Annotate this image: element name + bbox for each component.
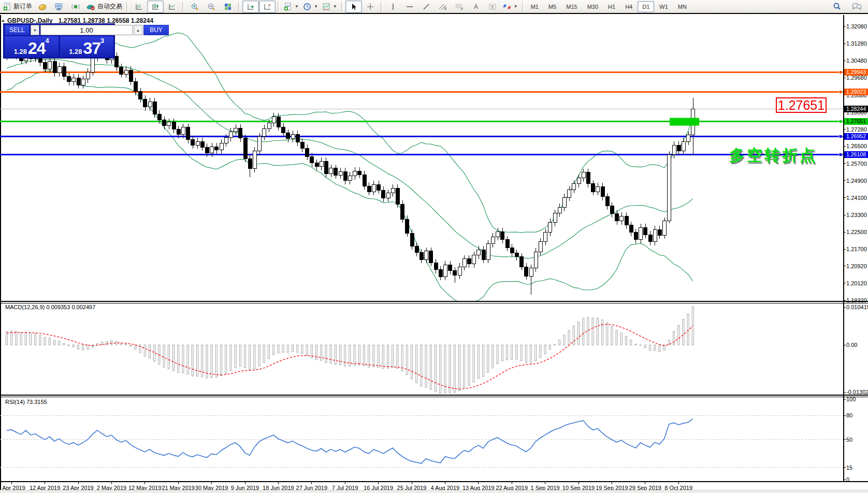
buy-button[interactable]: BUY bbox=[143, 25, 169, 35]
buy-price-point: 3 bbox=[100, 38, 104, 44]
pane-separator[interactable] bbox=[0, 395, 868, 396]
chart-symbol-period: GBPUSD-,Daily bbox=[7, 17, 52, 24]
sell-price-point: 4 bbox=[46, 38, 49, 44]
buy-price-pips: 37 bbox=[83, 41, 100, 55]
mt-terminal-window: 新订单 bbox=[0, 0, 868, 493]
sell-price-pips: 24 bbox=[28, 41, 46, 55]
macd-indicator-label: MACD(12,26,9) 0.009353 0.002497 bbox=[5, 304, 95, 310]
lot-size-input[interactable] bbox=[40, 25, 133, 35]
price-axis-border bbox=[843, 15, 844, 482]
bid-price-tag: 1.28244 bbox=[844, 106, 868, 112]
price-line-tag: 1.29943 bbox=[844, 69, 868, 76]
sell-button[interactable]: SELL bbox=[5, 25, 30, 35]
date-axis-border bbox=[0, 481, 868, 482]
pane-separator bbox=[0, 397, 868, 397]
pane-separator[interactable] bbox=[0, 301, 868, 302]
buy-price-prefix: 1.28 bbox=[69, 48, 82, 55]
sell-price-button[interactable]: 1.28 24 4 bbox=[5, 36, 59, 57]
rsi-indicator-label: RSI(14) 73.3155 bbox=[5, 399, 47, 405]
chart-title: GBPUSD-,Daily 1.27581 1.28738 1.26558 1.… bbox=[7, 17, 153, 24]
price-line-tag: 1.26108 bbox=[844, 151, 868, 158]
collapse-pane-icon[interactable]: ▲ bbox=[1, 18, 5, 23]
sell-price-prefix: 1.28 bbox=[14, 48, 27, 55]
pane-separator bbox=[0, 303, 868, 303]
one-click-trading-panel: SELL ▼ ▲ BUY 1.28 24 4 1.28 37 3 bbox=[4, 24, 114, 58]
lot-decrease-button[interactable]: ▼ bbox=[31, 25, 39, 35]
buy-price-button[interactable]: 1.28 37 3 bbox=[60, 36, 114, 57]
chart-ohlc-values: 1.27581 1.28738 1.26558 1.28244 bbox=[59, 17, 154, 24]
price-level-annotation: 1.27651 bbox=[776, 97, 827, 113]
price-line-tag: 1.29023 bbox=[844, 89, 868, 95]
lot-increase-button[interactable]: ▲ bbox=[134, 25, 142, 35]
chart-canvas[interactable] bbox=[0, 0, 868, 493]
price-line-tag: 1.26952 bbox=[844, 133, 868, 140]
price-line-tag: 1.27651 bbox=[844, 118, 868, 125]
turning-point-annotation: 多空转折点 bbox=[729, 145, 817, 166]
